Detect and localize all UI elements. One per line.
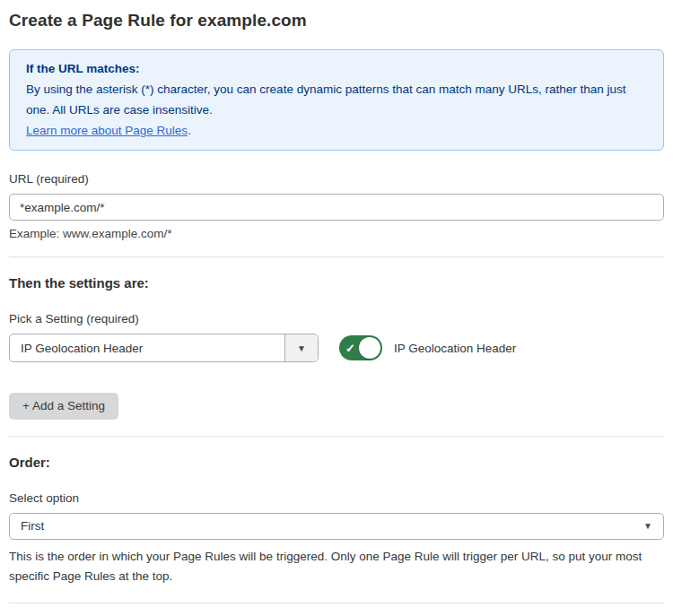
- order-select-value: First: [21, 519, 44, 533]
- pick-setting-label: Pick a Setting (required): [9, 312, 664, 325]
- learn-more-link[interactable]: Learn more about Page Rules: [26, 124, 188, 137]
- toggle-knob: [359, 337, 380, 359]
- add-setting-button[interactable]: + Add a Setting: [9, 393, 118, 420]
- link-period: .: [188, 124, 191, 137]
- select-option-label: Select option: [9, 491, 664, 505]
- order-section-heading: Order:: [9, 455, 664, 470]
- geolocation-toggle-group: ✓ IP Geolocation Header: [339, 335, 516, 360]
- chevron-down-icon: ▼: [643, 521, 652, 531]
- info-box-body: By using the asterisk (*) character, you…: [26, 79, 647, 120]
- geolocation-toggle[interactable]: ✓: [339, 335, 382, 360]
- setting-select-arrow-button[interactable]: ▼: [284, 334, 318, 361]
- divider: [9, 603, 664, 603]
- setting-select[interactable]: IP Geolocation Header ▼: [9, 334, 319, 362]
- info-box-heading: If the URL matches:: [26, 58, 647, 79]
- url-example-helper: Example: www.example.com/*: [9, 227, 664, 240]
- order-select[interactable]: First ▼: [9, 513, 664, 540]
- order-helper-text: This is the order in which your Page Rul…: [9, 547, 664, 586]
- page-rule-form: Create a Page Rule for example.com If th…: [0, 0, 673, 616]
- divider: [9, 256, 664, 257]
- info-box-link-line: Learn more about Page Rules.: [26, 120, 647, 141]
- chevron-down-icon: ▼: [297, 343, 306, 353]
- url-input[interactable]: [9, 194, 664, 221]
- settings-section-heading: Then the settings are:: [9, 275, 664, 291]
- setting-select-value: IP Geolocation Header: [10, 342, 284, 355]
- page-title: Create a Page Rule for example.com: [9, 0, 664, 30]
- geolocation-toggle-label: IP Geolocation Header: [394, 342, 516, 355]
- divider: [9, 436, 664, 437]
- setting-row: IP Geolocation Header ▼ ✓ IP Geolocation…: [9, 334, 664, 362]
- url-match-info-box: If the URL matches: By using the asteris…: [9, 49, 664, 151]
- url-field-label: URL (required): [9, 172, 664, 186]
- check-icon: ✓: [345, 343, 355, 354]
